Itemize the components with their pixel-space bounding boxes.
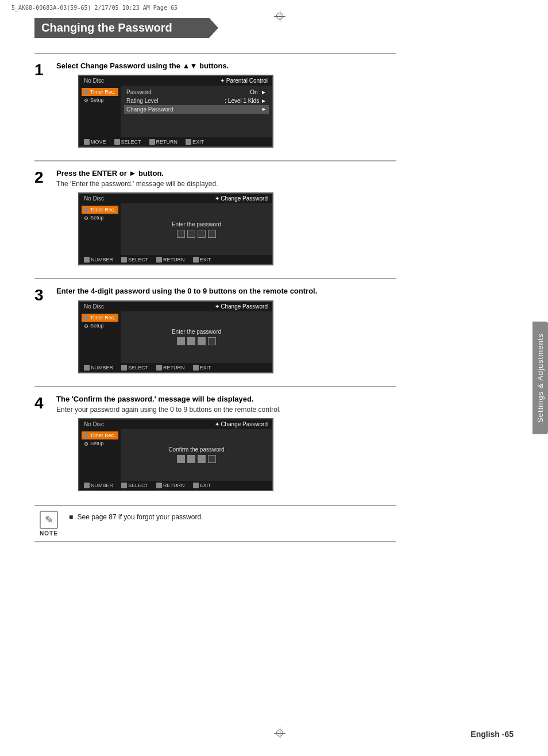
step-4-content: The 'Confirm the password.' message will… [56, 394, 396, 499]
tv-footer-2: NUMBER SELECT RETURN EXIT [79, 255, 272, 264]
step-1-content: Select Change Password using the ▲▼ butt… [56, 61, 396, 156]
tv-body-2: Timer Rec. ⚙ Setup Enter the password [79, 203, 272, 255]
exit-icon-3 [193, 365, 199, 371]
circle-icon-4 [84, 433, 88, 438]
exit-icon-1 [186, 139, 191, 145]
tv-header-2-left: No Disc [84, 195, 104, 202]
pw-box-3-4 [208, 337, 216, 345]
step-3-content: Enter the 4-digit password using the 0 t… [56, 286, 396, 381]
tv-header-2-right: ✦ Change Password [215, 195, 268, 202]
pw-box-2-3 [198, 230, 206, 238]
tv-menu-row-changepassword: Change Password ► [124, 105, 269, 114]
tv-footer-4: NUMBER SELECT RETURN EXIT [79, 481, 272, 490]
btn-return-3: RETURN [156, 365, 185, 371]
circle-icon-3 [84, 315, 88, 320]
title-banner: Changing the Password [34, 18, 218, 38]
tv-sidebar-item-timerrec-4: Timer Rec. [82, 431, 118, 439]
step-2: 2 Press the ENTER or ► button. The 'Ente… [34, 168, 396, 273]
tv-screen-1: No Disc ✦ Parental Control Timer Rec. ⚙ … [78, 75, 273, 148]
tv-password-label-4: Confirm the password [168, 446, 224, 453]
btn-select-3: SELECT [121, 365, 148, 371]
gear-icon-2: ⚙ [84, 215, 88, 220]
tv-sidebar-item-setup-2: ⚙ Setup [82, 214, 118, 222]
tv-header-3-right: ✦ Change Password [215, 303, 268, 310]
select-icon-1 [114, 139, 120, 145]
tv-menu-row-rating: Rating Level : Level 1 Kids ► [124, 97, 269, 105]
number-icon-2 [84, 257, 90, 263]
step-3-title: Enter the 4-digit password using the 0 t… [56, 286, 396, 296]
tv-screen-2: No Disc ✦ Change Password Timer Rec. ⚙ S… [78, 192, 273, 265]
gear-icon: ⚙ [84, 98, 88, 102]
tv-header-1: No Disc ✦ Parental Control [79, 76, 272, 86]
gear-icon-4: ⚙ [84, 441, 88, 446]
step-4-subtitle: Enter your password again using the 0 to… [56, 406, 396, 414]
btn-number-4: NUMBER [84, 483, 113, 488]
select-icon-2 [121, 257, 127, 263]
btn-number-3: NUMBER [84, 365, 113, 371]
tv-footer-3: NUMBER SELECT RETURN EXIT [79, 363, 272, 372]
select-icon-4 [121, 483, 127, 488]
step-1-number: 1 [34, 62, 51, 78]
tv-header-2: No Disc ✦ Change Password [79, 194, 272, 203]
btn-select-1: SELECT [114, 139, 141, 145]
tv-password-area-2: Enter the password [121, 203, 272, 255]
tv-screen-3: No Disc ✦ Change Password Timer Rec. ⚙ S… [78, 300, 273, 373]
tv-header-3: No Disc ✦ Change Password [79, 302, 272, 311]
note-content: See page 87 if you forgot your password. [78, 513, 203, 521]
tv-sidebar-3: Timer Rec. ⚙ Setup [79, 311, 121, 363]
step-2-number: 2 [34, 169, 51, 186]
side-tab: Settings & Adjustments [532, 322, 548, 434]
tv-body-3: Timer Rec. ⚙ Setup Enter the password [79, 311, 272, 363]
exit-icon-4 [193, 483, 199, 488]
btn-exit-4: EXIT [193, 483, 211, 488]
gear-icon-3: ⚙ [84, 323, 88, 328]
pw-box-4-2 [187, 455, 195, 463]
tv-password-area-3: Enter the password [121, 311, 272, 363]
tv-sidebar-item-timerrec-3: Timer Rec. [82, 314, 118, 322]
tv-sidebar-item-timerrec-2: Timer Rec. [82, 206, 118, 214]
tv-header-3-left: No Disc [84, 303, 104, 310]
step-2-content: Press the ENTER or ► button. The 'Enter … [56, 168, 396, 273]
note-icon-area: ✎ NOTE [34, 511, 63, 537]
note-pencil-icon: ✎ [40, 511, 58, 529]
tv-screen-4: No Disc ✦ Change Password Timer Rec. ⚙ S… [78, 418, 273, 491]
tv-body-4: Timer Rec. ⚙ Setup Confirm the password [79, 429, 272, 481]
tv-sidebar-4: Timer Rec. ⚙ Setup [79, 429, 121, 481]
return-icon-4 [156, 483, 162, 488]
step-4: 4 The 'Confirm the password.' message wi… [34, 394, 396, 499]
step-3-number: 3 [34, 287, 51, 303]
tv-sidebar-1: Timer Rec. ⚙ Setup [79, 86, 121, 137]
btn-exit-3: EXIT [193, 365, 211, 371]
step-2-subtitle: The 'Enter the password.' message will b… [56, 180, 396, 188]
tv-footer-1: MOVE SELECT RETURN EXIT [79, 137, 272, 146]
note-section: ✎ NOTE ■ See page 87 if you forgot your … [34, 505, 396, 542]
step-1: 1 Select Change Password using the ▲▼ bu… [34, 61, 396, 156]
tv-header-1-right: ✦ Parental Control [220, 78, 268, 84]
pw-box-4-3 [198, 455, 206, 463]
step1-separator [34, 160, 396, 161]
tv-header-4: No Disc ✦ Change Password [79, 419, 272, 429]
return-icon-3 [156, 365, 162, 371]
tv-sidebar-2: Timer Rec. ⚙ Setup [79, 203, 121, 255]
pw-box-3-1 [177, 337, 185, 345]
tv-header-4-right: ✦ Change Password [215, 421, 268, 427]
circle-icon [84, 90, 88, 94]
pw-box-2-2 [187, 230, 195, 238]
btn-move: MOVE [84, 139, 106, 145]
tv-sidebar-item-setup-3: ⚙ Setup [82, 322, 118, 330]
tv-password-label-2: Enter the password [172, 221, 221, 227]
circle-icon-2 [84, 207, 88, 212]
pw-box-3-2 [187, 337, 195, 345]
select-icon-3 [121, 365, 127, 371]
file-meta: 5_AK68-00683A-03(59-65) 2/17/05 10:23 AM… [0, 0, 548, 12]
step-4-number: 4 [34, 395, 51, 411]
note-label: NOTE [40, 530, 58, 537]
exit-icon-2 [193, 257, 199, 263]
page-title: Changing the Password [41, 21, 172, 34]
pw-box-3-3 [198, 337, 206, 345]
note-text: ■ See page 87 if you forgot your passwor… [69, 511, 203, 521]
tv-sidebar-item-timerrec-1: Timer Rec. [82, 88, 118, 96]
btn-return-2: RETURN [156, 257, 185, 263]
btn-return-1: RETURN [149, 139, 178, 145]
tv-main-1: Password :On ► Rating Level : Level 1 Ki… [121, 86, 272, 137]
